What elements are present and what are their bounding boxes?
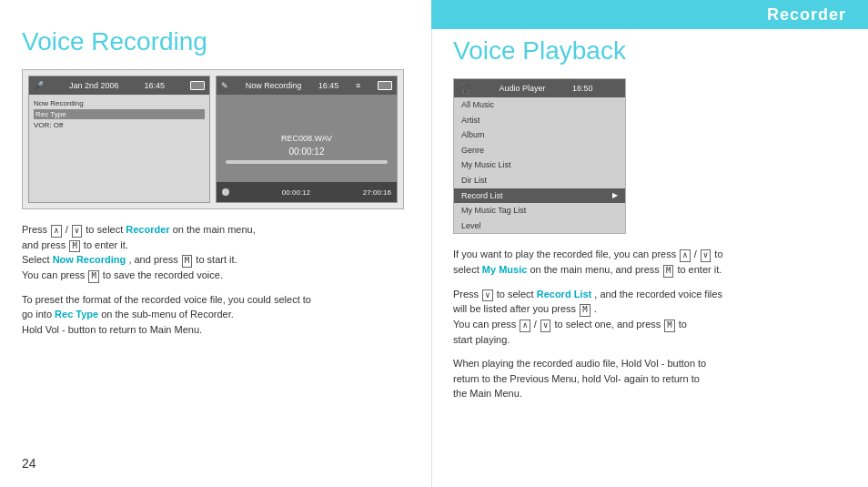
pb-nav-m-icon: M — [663, 265, 673, 278]
pb-select: select — [453, 264, 482, 275]
nav-m-icon: M — [69, 240, 79, 253]
para1-slash: / — [66, 224, 71, 235]
screen1-topbar: 🎤 Jan 2nd 2006 16:45 — [29, 76, 209, 95]
screen2-time-elapsed: 00:00:12 — [282, 188, 310, 197]
para1-and-press: and press — [22, 239, 68, 250]
headphone-icon: 🎧 — [459, 83, 472, 95]
para1-recorder-label: Recorder — [126, 224, 169, 235]
device-screens-container: 🎤 Jan 2nd 2006 16:45 Now Recording Rec T… — [22, 69, 404, 209]
pb-to2: to — [679, 319, 687, 330]
para1-enter: to enter it. — [84, 239, 128, 250]
pb-text6: will be listed after you press — [453, 303, 579, 314]
page-number: 24 — [22, 456, 36, 471]
pb-text3: to enter it. — [677, 264, 722, 275]
ap-menu-level: Level — [454, 218, 625, 234]
voice-recording-title: Voice Recording — [22, 27, 413, 56]
playback-para3: When playing the recorded audio file, Ho… — [453, 356, 846, 401]
screen1-vor-row: VOR: Off — [34, 121, 205, 129]
ap-menu-record-list: Record List — [454, 188, 625, 204]
para2-line1: To preset the format of the recorded voi… — [22, 294, 311, 305]
pb-slash1: / — [694, 249, 700, 259]
pb-text5: , and the recorded voice files — [594, 289, 722, 299]
voice-recording-para2: To preset the format of the recorded voi… — [22, 292, 413, 338]
recording-progress-bar — [226, 160, 388, 164]
screen2-label: Now Recording — [246, 81, 302, 90]
pb-nav-down-icon: ∨ — [701, 249, 711, 262]
screen2-topbar: ✎ Now Recording 16:45 ≡ — [217, 76, 397, 95]
ap-menu-dir-list: Dir List — [454, 173, 625, 188]
pb-text7: to select one, and press — [554, 319, 663, 330]
screen1-battery-icon — [190, 81, 205, 90]
nav-m3-icon: M — [88, 270, 98, 283]
ap-menu-artist: Artist — [454, 113, 625, 128]
rec-dot-icon — [222, 188, 229, 196]
pb-start-playing: start playing. — [453, 334, 510, 345]
para1-text4: to start it. — [196, 254, 237, 265]
voice-playback-title: Voice Playback — [453, 36, 846, 66]
screen2-pencil-icon: ✎ — [221, 81, 228, 90]
pb-slash2: / — [534, 319, 540, 330]
pb-you-can: You can press — [453, 319, 519, 330]
ap-menu-list: All Music Artist Album Genre My Music Li… — [454, 97, 625, 233]
screen1-date: Jan 2nd 2006 — [69, 81, 119, 90]
rec-elapsed: 00:00:12 — [289, 147, 325, 157]
para1-text2: on the main menu, — [173, 224, 256, 235]
para1-save: to save the recorded voice. — [103, 269, 223, 280]
screen1-now-label: Now Recording — [34, 99, 205, 107]
ap-menu-all-music: All Music — [454, 97, 625, 113]
para2-rest: on the sub-menu of Recorder. — [101, 309, 234, 320]
para1-text3: , and press — [128, 254, 180, 265]
screen1-time: 16:45 — [145, 81, 166, 90]
screen1: 🎤 Jan 2nd 2006 16:45 Now Recording Rec T… — [28, 76, 210, 203]
screen1-mic-icon: 🎤 — [34, 81, 44, 90]
screen2: ✎ Now Recording 16:45 ≡ REC008.WAV 00:00… — [216, 76, 398, 203]
para2-rec-type-label: Rec Type — [55, 309, 98, 320]
audio-player-screen: 🎧 Audio Player 16:50 All Music Artist Al… — [453, 78, 626, 234]
voice-recording-para1: Press ∧ / ∨ to select Recorder on the ma… — [22, 222, 413, 283]
pb-to: to — [714, 249, 722, 259]
pb-record-list-label: Record List — [537, 289, 592, 299]
rec-filename: REC008.WAV — [281, 134, 332, 143]
playback-para1: If you want to play the recorded file, y… — [453, 247, 846, 277]
screen1-content: Now Recording Rec Type VOR: Off — [29, 95, 209, 202]
ap-menu-album: Album — [454, 127, 625, 143]
pb-text2: on the main menu, and press — [530, 264, 662, 275]
playback-para2: Press ∨ to select Record List , and the … — [453, 287, 846, 348]
screen2-battery-icon — [378, 81, 392, 90]
pb-nav-up-icon: ∧ — [680, 249, 690, 262]
pb-nav-down3-icon: ∨ — [540, 320, 550, 332]
para1-now-recording-label: Now Recording — [53, 254, 126, 265]
para1-press: Press — [22, 224, 47, 235]
screen2-time-total: 27:00:16 — [363, 188, 391, 197]
para1-you-can-press: You can press — [22, 269, 87, 280]
pb-press2: Press — [453, 289, 481, 299]
pb-para3-line1: When playing the recorded audio file, Ho… — [453, 358, 706, 369]
pb-nav-down2-icon: ∨ — [482, 289, 492, 302]
ap-time: 16:50 — [572, 84, 593, 93]
screen1-rec-row: Rec Type — [34, 109, 205, 119]
left-column: Voice Recording 🎤 Jan 2nd 2006 16:45 Now… — [0, 0, 431, 487]
ap-app-label: Audio Player — [499, 84, 545, 93]
para2-line3: Hold Vol - button to return to Main Menu… — [22, 324, 202, 335]
nav-m2-icon: M — [182, 255, 192, 268]
para1-select: Select — [22, 254, 53, 265]
pb-my-music-label: My Music — [482, 264, 528, 275]
screen2-time: 16:45 — [318, 81, 339, 90]
right-column: Voice Playback 🎧 Audio Player 16:50 All … — [431, 0, 868, 487]
para1-text1: to select — [86, 224, 126, 235]
pb-para1-text1: If you want to play the recorded file, y… — [453, 249, 679, 259]
pb-nav-m3-icon: M — [664, 320, 674, 332]
ap-menu-my-music-list: My Music List — [454, 157, 625, 173]
pb-dot: . — [594, 303, 597, 314]
nav-up-icon: ∧ — [51, 225, 61, 238]
para2-go-into: go into — [22, 309, 55, 320]
screen2-menu-icon: ≡ — [356, 81, 360, 90]
nav-down-icon: ∨ — [72, 225, 82, 238]
pb-text4: to select — [497, 289, 537, 299]
pb-para3-line2: return to the Previous Menu, hold Vol- a… — [453, 373, 700, 384]
pb-para3-line3: the Main Menu. — [453, 388, 522, 399]
ap-menu-my-music-tag-list: My Music Tag List — [454, 203, 625, 218]
pb-nav-up2-icon: ∧ — [520, 320, 530, 332]
pb-nav-m2-icon: M — [580, 304, 590, 317]
ap-menu-genre: Genre — [454, 143, 625, 158]
